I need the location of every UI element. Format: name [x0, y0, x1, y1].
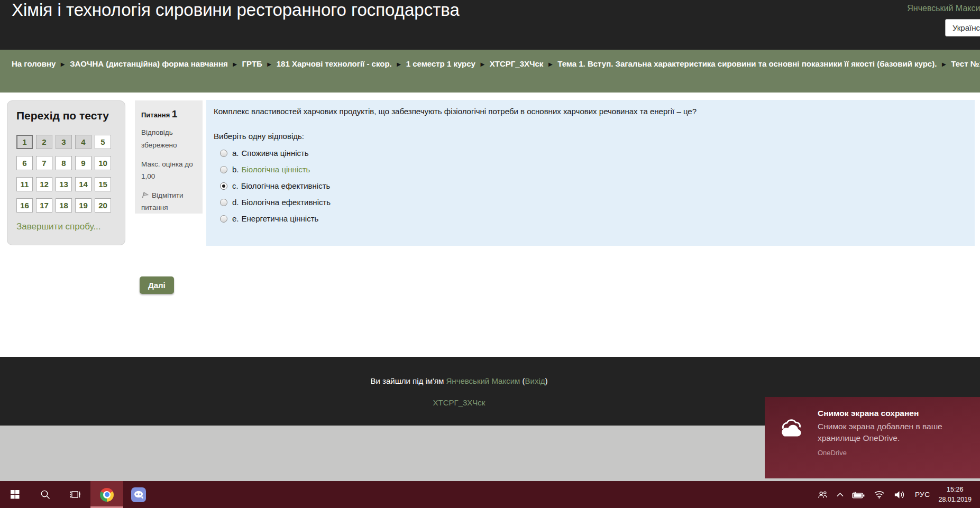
- breadcrumb-separator-icon: ►: [940, 60, 947, 68]
- option-text: Біологічна цінність: [242, 165, 310, 174]
- answer-option[interactable]: e.Енергетична цінність: [214, 210, 967, 227]
- windows-start-icon: [11, 490, 20, 499]
- header-user-block: Ви зайшли під ім'ям Янчевський Максим (В…: [907, 0, 980, 36]
- next-button[interactable]: Далі: [140, 276, 174, 294]
- flag-question-link[interactable]: Відмітити питання: [141, 189, 196, 214]
- radio-icon[interactable]: [220, 166, 227, 173]
- question-nav-button-14[interactable]: 14: [75, 177, 91, 191]
- chevron-up-icon: [837, 493, 844, 497]
- footer-login-line: Ви зайшли під ім'ям Янчевський Максим (В…: [0, 376, 918, 385]
- breadcrumb-link[interactable]: На головну: [12, 59, 56, 68]
- discord-icon: [131, 487, 146, 502]
- wifi-icon: [874, 490, 885, 499]
- question-number: 1: [172, 108, 178, 119]
- breadcrumb-link[interactable]: 181 Харчові технології - скор.: [277, 59, 392, 68]
- notification-text: Снимок экрана сохранен Снимок экрана доб…: [818, 409, 971, 457]
- breadcrumb-link[interactable]: Тема 1. Вступ. Загальна характеристика с…: [557, 59, 937, 68]
- header-user-link[interactable]: Янчевський Максим: [907, 4, 980, 13]
- breadcrumb-separator-icon: ►: [479, 60, 486, 68]
- question-nav-button-19[interactable]: 19: [75, 198, 91, 213]
- option-letter: b.: [232, 165, 239, 174]
- question-nav-button-8[interactable]: 8: [56, 156, 72, 170]
- network-button[interactable]: [869, 481, 889, 508]
- volume-button[interactable]: [889, 481, 910, 508]
- answer-status: Відповідь збережено: [141, 126, 196, 151]
- header-login-text: Ви зайшли під ім'ям: [907, 0, 980, 2]
- taskbar: РУС 15:26 28.01.2019: [0, 481, 980, 508]
- footer-login-text: Ви зайшли під ім'ям: [371, 376, 444, 385]
- search-icon: [40, 489, 50, 500]
- question-nav-button-7[interactable]: 7: [36, 156, 52, 170]
- people-button[interactable]: [813, 481, 832, 508]
- page-title: Хімія і технологія сировини ресторанного…: [12, 0, 460, 20]
- question-nav-button-1[interactable]: 1: [16, 135, 33, 149]
- question-nav-button-13[interactable]: 13: [56, 177, 72, 191]
- people-icon: [817, 491, 828, 499]
- question-nav-button-20[interactable]: 20: [95, 198, 111, 213]
- chrome-taskbar-button[interactable]: [90, 481, 123, 508]
- breadcrumb-separator-icon: ►: [266, 60, 273, 68]
- question-nav-button-2[interactable]: 2: [36, 135, 52, 149]
- breadcrumb-link[interactable]: ГРТБ: [242, 59, 262, 68]
- question-number-label: Питання 1: [141, 105, 196, 123]
- breadcrumb-link[interactable]: ЗАОЧНА (дистанційна) форма навчання: [70, 59, 228, 68]
- clock-date: 28.01.2019: [938, 495, 972, 505]
- volume-icon: [893, 490, 905, 500]
- language-indicator[interactable]: РУС: [910, 481, 936, 508]
- onedrive-notification[interactable]: Снимок экрана сохранен Снимок экрана доб…: [765, 397, 980, 478]
- answer-option[interactable]: d.Біологічна ефективність: [214, 194, 967, 210]
- start-button[interactable]: [0, 481, 30, 508]
- question-nav-button-9[interactable]: 9: [75, 156, 91, 170]
- task-view-button[interactable]: [60, 481, 90, 508]
- notification-title: Снимок экрана сохранен: [818, 409, 971, 418]
- question-panel: Комплекс властивостей харчових продуктів…: [206, 100, 975, 246]
- answer-options: a.Споживча цінністьb.Біологічна цінність…: [214, 145, 967, 227]
- question-nav-button-12[interactable]: 12: [36, 177, 52, 191]
- show-hidden-icons-button[interactable]: [832, 481, 848, 508]
- answer-option[interactable]: b.Біологічна цінність: [214, 161, 967, 178]
- option-letter: e.: [232, 214, 239, 223]
- breadcrumb-separator-icon: ►: [547, 60, 554, 68]
- question-nav-button-15[interactable]: 15: [95, 177, 111, 191]
- breadcrumb-link: Тест №1: [951, 59, 980, 68]
- discord-taskbar-button[interactable]: [123, 481, 153, 508]
- question-nav-button-11[interactable]: 11: [16, 177, 33, 191]
- clock[interactable]: 15:26 28.01.2019: [935, 485, 977, 505]
- breadcrumb-link[interactable]: ХТСРГ_3ХЧск: [490, 59, 544, 68]
- footer-course-link[interactable]: ХТСРГ_3ХЧск: [433, 398, 486, 407]
- task-view-icon: [70, 490, 81, 499]
- breadcrumb: На головну►ЗАОЧНА (дистанційна) форма на…: [0, 50, 980, 71]
- radio-icon[interactable]: [220, 150, 227, 157]
- option-text: Біологічна ефективність: [242, 198, 331, 207]
- notification-app-name: OneDrive: [818, 449, 971, 457]
- radio-icon[interactable]: [220, 215, 227, 223]
- notification-body: Снимок экрана добавлен в ваше хранилище …: [818, 421, 971, 445]
- question-text: Комплекс властивостей харчових продуктів…: [214, 107, 967, 116]
- search-button[interactable]: [30, 481, 60, 508]
- site-header: Хімія і технологія сировини ресторанного…: [0, 0, 980, 50]
- language-selector[interactable]: Українська (uk): [945, 19, 980, 36]
- footer-user-link[interactable]: Янчевський Максим: [446, 376, 520, 385]
- finish-attempt-link[interactable]: Завершити спробу...: [16, 221, 101, 232]
- answer-option[interactable]: a.Споживча цінність: [214, 145, 967, 161]
- radio-icon[interactable]: [220, 199, 227, 206]
- question-nav-button-16[interactable]: 16: [16, 198, 33, 213]
- system-tray: РУС 15:26 28.01.2019: [813, 481, 977, 508]
- question-nav-button-5[interactable]: 5: [95, 135, 111, 149]
- option-text: Споживча цінність: [242, 149, 309, 158]
- question-nav-button-18[interactable]: 18: [56, 198, 72, 213]
- battery-button[interactable]: [848, 481, 869, 508]
- question-nav-button-10[interactable]: 10: [95, 156, 111, 170]
- question-nav-button-3[interactable]: 3: [56, 135, 72, 149]
- answer-option[interactable]: c.Біологічна ефективність: [214, 178, 967, 194]
- footer-logout-link[interactable]: Вихід: [525, 376, 545, 385]
- header-user-line: Янчевський Максим (Вихід): [907, 4, 980, 13]
- option-letter: a.: [232, 149, 239, 158]
- breadcrumb-link[interactable]: 1 семестр 1 курсу: [406, 59, 475, 68]
- radio-selected-icon[interactable]: [220, 182, 227, 190]
- quiz-nav-title: Перехід по тесту: [16, 109, 117, 122]
- question-nav-button-4[interactable]: 4: [75, 135, 91, 149]
- screen: Хімія і технологія сировини ресторанного…: [0, 0, 980, 508]
- question-nav-button-17[interactable]: 17: [36, 198, 52, 213]
- question-nav-button-6[interactable]: 6: [16, 156, 33, 170]
